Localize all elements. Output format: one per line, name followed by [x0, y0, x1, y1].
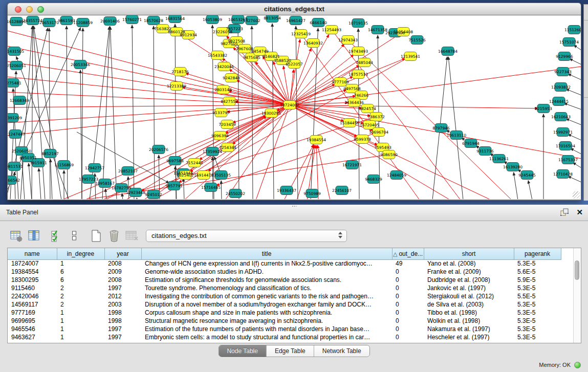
- table-row[interactable]: 1830029562008Estimation of significance …: [8, 276, 574, 284]
- graph-node-label: 7386372: [367, 115, 385, 119]
- column-header-pagerank[interactable]: pagerank: [514, 248, 561, 259]
- table-row[interactable]: 1872400712008Changes of HCN gene express…: [8, 259, 574, 268]
- graph-node-label: 15184456: [340, 121, 359, 125]
- table-cell-name: 9115460: [8, 284, 57, 292]
- column-header-year[interactable]: year: [104, 248, 141, 259]
- graph-edge[interactable]: [16, 56, 69, 199]
- graph-edge[interactable]: [8, 77, 290, 105]
- graph-node-label: 9245445: [518, 173, 536, 178]
- column-header-out_degree[interactable]: △out_de...: [392, 248, 424, 259]
- close-panel-icon[interactable]: ✕: [576, 208, 583, 217]
- table-toolbar: f(x): [9, 227, 165, 245]
- tab-network-table[interactable]: Network Table: [314, 345, 369, 357]
- graph-node-label: 8599378: [354, 137, 371, 142]
- graph-node-label: 24364436: [344, 100, 364, 105]
- graph-edge[interactable]: [574, 45, 581, 50]
- table-cell-title: Disruption of a novel member of a sodium…: [141, 300, 392, 309]
- table-row[interactable]: 977716911998Corpus callosum shape and si…: [8, 309, 574, 317]
- graph-edge[interactable]: [125, 116, 267, 199]
- graph-edge[interactable]: [34, 26, 61, 199]
- graph-node-label: 20691406: [100, 19, 120, 24]
- graph-edge[interactable]: [568, 176, 581, 182]
- node-table-frame: namein_degreeyeartitle△out_de...shortpag…: [7, 248, 581, 343]
- table-cell-pagerank: 5.3E-5: [514, 325, 561, 333]
- table-cell-name: 22420046: [8, 292, 57, 300]
- delete-table-icon[interactable]: [107, 229, 121, 243]
- scrollbar-thumb[interactable]: [575, 260, 579, 280]
- table-cell-year: 1997: [104, 333, 141, 341]
- table-row[interactable]: 2242004622012Investigating the contribut…: [8, 292, 574, 300]
- graph-edge[interactable]: [311, 28, 318, 199]
- graph-edge[interactable]: [141, 117, 376, 191]
- graph-edge[interactable]: [102, 27, 110, 199]
- row-filler: [561, 268, 574, 276]
- window-resize-grip[interactable]: [573, 191, 580, 199]
- graph-edge[interactable]: [564, 103, 581, 110]
- graph-edge[interactable]: [212, 157, 213, 199]
- graph-node-label: 10719135: [349, 21, 368, 26]
- graph-edge[interactable]: [528, 181, 532, 199]
- graph-edge[interactable]: [290, 67, 581, 105]
- graph-edge[interactable]: [137, 198, 137, 199]
- graph-edge[interactable]: [221, 181, 222, 199]
- network-view-window: citations_edges.txt 18724007161288912435…: [7, 3, 581, 201]
- network-graph-canvas[interactable]: 1872400716128891243557242065317098615931…: [7, 15, 581, 200]
- graph-edge[interactable]: [50, 159, 52, 199]
- graph-edge[interactable]: [39, 168, 41, 199]
- graph-node-label: 11156869: [54, 163, 74, 167]
- column-header-title[interactable]: title: [141, 248, 392, 259]
- column-header-name[interactable]: name: [8, 248, 57, 259]
- graph-edge[interactable]: [29, 163, 32, 199]
- table-vertical-scrollbar[interactable]: [573, 248, 581, 343]
- graph-edge[interactable]: [448, 57, 463, 199]
- graph-edge[interactable]: [568, 134, 581, 140]
- table-header-row: namein_degreeyeartitle△out_de...shortpag…: [8, 248, 574, 259]
- graph-edge[interactable]: [570, 59, 581, 64]
- graph-edge[interactable]: [110, 27, 117, 199]
- table-row[interactable]: 1938455462009Genome-wide association stu…: [8, 268, 574, 276]
- graph-node-label: 10958167: [95, 181, 115, 186]
- graph-edge[interactable]: [573, 163, 581, 168]
- column-pair-icon[interactable]: [67, 229, 81, 243]
- row-select-icon[interactable]: [49, 229, 63, 243]
- table-settings-icon[interactable]: [9, 229, 24, 243]
- graph-node-label: 3915911: [30, 161, 47, 165]
- graph-edge[interactable]: [571, 148, 581, 154]
- graph-edge[interactable]: [8, 105, 290, 107]
- tab-edge-table[interactable]: Edge Table: [267, 345, 314, 357]
- graph-edge[interactable]: [183, 179, 184, 199]
- graph-edge[interactable]: [568, 74, 581, 80]
- graph-edge[interactable]: [566, 89, 581, 95]
- column-header-short[interactable]: short: [424, 248, 514, 259]
- table-cell-year: 1998: [104, 309, 141, 317]
- table-selector-dropdown[interactable]: citations_edges.txt: [146, 230, 347, 242]
- graph-edge[interactable]: [32, 26, 33, 199]
- graph-node-label: 18466542: [8, 178, 20, 183]
- table-cell-name: 14569117: [8, 300, 57, 309]
- graph-edge[interactable]: [82, 28, 83, 199]
- column-header-in_degree[interactable]: in_degree: [57, 248, 104, 259]
- graph-edge[interactable]: [90, 27, 110, 199]
- graph-edge[interactable]: [49, 28, 50, 199]
- graph-edge[interactable]: [154, 26, 155, 199]
- float-window-icon[interactable]: [560, 208, 569, 217]
- table-row[interactable]: 911546021997Tourette syndrome. Phenomeno…: [8, 284, 574, 292]
- table-row[interactable]: 946554611997Estimation of the future num…: [8, 325, 574, 333]
- node-table: namein_degreeyeartitle△out_de...shortpag…: [8, 248, 574, 341]
- table-cell-name: 19384554: [8, 268, 57, 276]
- column-select-icon[interactable]: [27, 229, 41, 243]
- graph-edge[interactable]: [67, 26, 68, 199]
- network-window-titlebar[interactable]: citations_edges.txt: [7, 3, 581, 15]
- table-row[interactable]: 946362711997Embryonic stem cells: a mode…: [8, 333, 574, 341]
- graph-node-label: 3824574: [359, 106, 376, 111]
- new-table-icon[interactable]: [89, 229, 103, 243]
- table-row[interactable]: 969969511998Structural magnetic resonanc…: [8, 317, 574, 325]
- graph-edge[interactable]: [566, 119, 581, 125]
- table-row[interactable]: 1456911722003Disruption of a novel membe…: [8, 300, 574, 309]
- graph-edge[interactable]: [290, 105, 581, 159]
- graph-edge[interactable]: [296, 26, 298, 199]
- table-cell-out_degree: 49: [392, 259, 424, 268]
- splitter-handle-icon[interactable]: [292, 205, 297, 208]
- graph-edge[interactable]: [514, 172, 518, 199]
- tab-node-table[interactable]: Node Table: [219, 345, 267, 357]
